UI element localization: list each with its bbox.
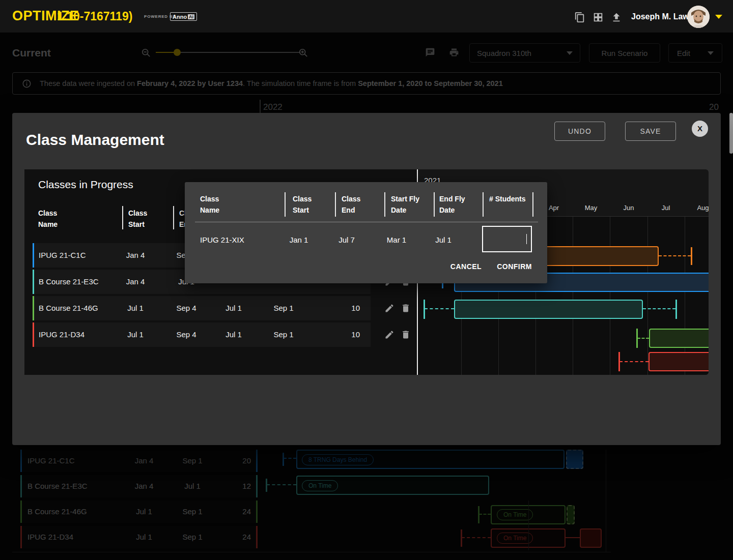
undo-button[interactable]: UNDO [554, 122, 605, 141]
grid-apps-icon[interactable] [593, 12, 604, 23]
delete-trash-icon[interactable] [401, 303, 411, 313]
popup-header-class-name: Class Name [200, 193, 219, 216]
edit-pencil-icon[interactable] [384, 303, 394, 313]
col-header-class-start: Class Start [128, 208, 147, 230]
copy-layers-icon[interactable] [574, 12, 585, 23]
user-menu-caret-icon[interactable] [715, 15, 722, 19]
gantt-dash [659, 255, 691, 256]
panel-title: Classes in Progress [38, 179, 133, 191]
gantt-cap [424, 300, 425, 319]
edit-class-popup: Class Name Class Start Class End Start F… [185, 182, 547, 283]
scrollbar[interactable] [729, 113, 733, 154]
text-cursor [526, 234, 527, 244]
header-separator [384, 192, 385, 217]
popup-header-students: # Students [489, 193, 526, 204]
header-separator [434, 192, 435, 217]
app-root: OPTIMIZE 1.10-7167119) POWERED BY Anno A… [0, 0, 733, 560]
popup-header-class-end: Class End [342, 193, 360, 216]
class-row[interactable]: IPUG 21-D34 Jul 1 Sep 4 Jul 1 Sep 1 10 [33, 322, 371, 347]
gantt-bar-red[interactable] [649, 352, 709, 371]
students-input[interactable] [482, 226, 532, 252]
gantt-cap [675, 300, 677, 319]
brand-suffix: Ai [188, 14, 194, 19]
class-row[interactable]: B Course 21-46G Jul 1 Sep 4 Jul 1 Sep 1 … [33, 296, 371, 320]
header-separator [122, 206, 123, 229]
month-label: May [576, 204, 606, 212]
cancel-button[interactable]: CANCEL [450, 262, 482, 271]
user-name[interactable]: Joseph M. Law [631, 12, 689, 21]
header-separator [532, 192, 533, 217]
app-bar: OPTIMIZE 1.10-7167119) POWERED BY Anno A… [0, 0, 733, 33]
gantt-dash [425, 308, 454, 309]
upload-icon[interactable] [611, 12, 622, 23]
popup-divider [195, 222, 538, 222]
avatar[interactable] [687, 6, 710, 28]
month-label: Jun [613, 204, 644, 212]
brand-name: Anno [173, 14, 187, 20]
delete-trash-icon[interactable] [401, 330, 411, 340]
close-button[interactable]: X [692, 121, 708, 137]
popup-header-fly-start: Start Fly Date [391, 193, 419, 216]
modal-title: Class Management [26, 131, 164, 149]
edit-pencil-icon[interactable] [384, 330, 394, 340]
popup-header-fly-end: End Fly Date [439, 193, 465, 216]
popup-fly-end[interactable]: Jul 1 [423, 235, 464, 244]
header-separator [483, 192, 484, 217]
gantt-dash [637, 338, 649, 339]
gantt-bar-b-course-21-46g[interactable] [454, 300, 643, 319]
gantt-dash [643, 308, 675, 309]
gantt-dash [619, 361, 649, 362]
popup-class-name: IPUG 21-XIX [200, 235, 244, 244]
popup-fly-start[interactable]: Mar 1 [376, 235, 417, 244]
month-label: Aug [688, 204, 709, 212]
avatar-image [687, 6, 710, 28]
popup-class-end[interactable]: Jul 7 [326, 235, 367, 244]
popup-class-start[interactable]: Jan 1 [278, 235, 319, 244]
header-separator [335, 192, 336, 217]
gantt-bar-ipug-21-d34[interactable] [649, 329, 709, 348]
brand-logo: Anno Ai [170, 12, 197, 21]
col-header-class-name: Class Name [38, 208, 58, 230]
popup-header-class-start: Class Start [293, 193, 312, 216]
app-version: 1.10-7167119) [57, 10, 132, 23]
header-separator [285, 192, 286, 217]
confirm-button[interactable]: CONFIRM [497, 262, 532, 271]
save-button[interactable]: SAVE [625, 122, 676, 141]
popup-actions: CANCEL CONFIRM [450, 262, 532, 271]
gantt-cap [691, 247, 692, 265]
month-label: Jul [651, 204, 681, 212]
header-separator [173, 206, 174, 229]
